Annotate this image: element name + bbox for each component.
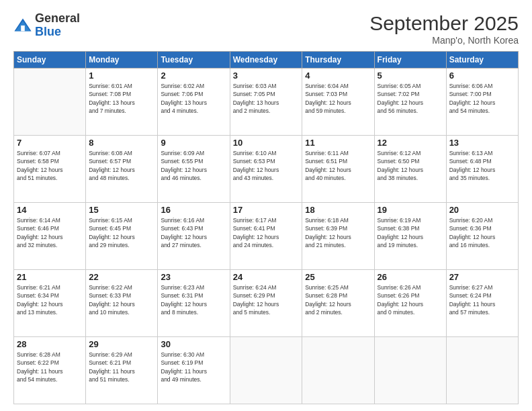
- cell-line: Sunrise: 6:16 AM: [161, 216, 226, 224]
- cell-content: Sunrise: 6:24 AMSunset: 6:29 PMDaylight:…: [233, 283, 300, 316]
- cell-line: Daylight: 12 hours: [161, 166, 226, 174]
- logo-general: General: [35, 12, 80, 26]
- cell-line: Sunrise: 6:05 AM: [378, 82, 443, 90]
- calendar-cell: 20Sunrise: 6:20 AMSunset: 6:36 PMDayligh…: [446, 203, 518, 270]
- day-number: 5: [378, 71, 443, 81]
- day-number: 26: [378, 272, 443, 282]
- cell-content: Sunrise: 6:12 AMSunset: 6:50 PMDaylight:…: [378, 149, 443, 182]
- cell-line: Sunrise: 6:28 AM: [17, 351, 83, 359]
- day-number: 28: [17, 339, 83, 349]
- cell-line: and 59 minutes.: [305, 107, 371, 115]
- calendar-cell: 7Sunrise: 6:07 AMSunset: 6:58 PMDaylight…: [14, 136, 86, 203]
- cell-content: Sunrise: 6:03 AMSunset: 7:05 PMDaylight:…: [233, 82, 300, 115]
- calendar: SundayMondayTuesdayWednesdayThursdayFrid…: [13, 51, 519, 404]
- day-number: 18: [305, 205, 371, 215]
- cell-line: and 51 minutes.: [89, 375, 154, 383]
- cell-line: Daylight: 11 hours: [161, 367, 226, 375]
- cell-line: Daylight: 12 hours: [305, 99, 371, 107]
- cell-line: Sunrise: 6:14 AM: [17, 216, 83, 224]
- calendar-week-4: 21Sunrise: 6:21 AMSunset: 6:34 PMDayligh…: [14, 270, 519, 337]
- day-header-saturday: Saturday: [446, 52, 518, 68]
- cell-line: and 2 minutes.: [305, 308, 371, 316]
- day-number: 17: [233, 205, 300, 215]
- cell-line: Daylight: 13 hours: [89, 99, 154, 107]
- logo-icon: [13, 16, 32, 35]
- cell-line: Sunset: 6:29 PM: [233, 291, 300, 300]
- cell-line: and 43 minutes.: [233, 174, 300, 182]
- cell-line: and 49 minutes.: [161, 375, 226, 383]
- calendar-cell: 24Sunrise: 6:24 AMSunset: 6:29 PMDayligh…: [230, 270, 302, 337]
- logo-text: General Blue: [35, 12, 80, 39]
- cell-line: and 51 minutes.: [17, 174, 83, 182]
- cell-content: Sunrise: 6:02 AMSunset: 7:06 PMDaylight:…: [161, 82, 226, 115]
- cell-line: and 35 minutes.: [449, 174, 515, 182]
- day-number: 1: [89, 71, 154, 81]
- page: General Blue September 2025 Manp'o, Nort…: [0, 0, 532, 411]
- logo: General Blue: [13, 12, 80, 39]
- calendar-cell: 5Sunrise: 6:05 AMSunset: 7:02 PMDaylight…: [374, 68, 446, 136]
- calendar-cell: 1Sunrise: 6:01 AMSunset: 7:08 PMDaylight…: [86, 68, 158, 136]
- day-header-sunday: Sunday: [14, 52, 86, 68]
- cell-content: Sunrise: 6:18 AMSunset: 6:39 PMDaylight:…: [305, 216, 371, 249]
- cell-content: Sunrise: 6:23 AMSunset: 6:31 PMDaylight:…: [161, 283, 226, 316]
- day-number: 22: [89, 272, 154, 282]
- cell-line: Daylight: 12 hours: [233, 233, 300, 241]
- cell-line: Sunset: 7:08 PM: [89, 90, 154, 98]
- cell-line: Sunset: 6:24 PM: [449, 291, 515, 300]
- calendar-week-5: 28Sunrise: 6:28 AMSunset: 6:22 PMDayligh…: [14, 337, 519, 404]
- calendar-cell: 25Sunrise: 6:25 AMSunset: 6:28 PMDayligh…: [302, 270, 374, 337]
- cell-line: Sunrise: 6:01 AM: [89, 82, 154, 90]
- cell-line: Sunrise: 6:13 AM: [449, 149, 515, 157]
- cell-line: Sunrise: 6:23 AM: [161, 283, 226, 291]
- cell-line: Sunrise: 6:21 AM: [17, 283, 83, 291]
- cell-line: Sunset: 6:53 PM: [233, 157, 300, 165]
- header: General Blue September 2025 Manp'o, Nort…: [13, 12, 519, 46]
- day-number: 6: [449, 71, 515, 81]
- day-number: 16: [161, 205, 226, 215]
- cell-line: Sunrise: 6:15 AM: [89, 216, 154, 224]
- cell-line: and 10 minutes.: [89, 308, 154, 316]
- cell-line: Sunset: 6:33 PM: [89, 291, 154, 300]
- day-header-friday: Friday: [374, 52, 446, 68]
- cell-line: Sunset: 6:41 PM: [233, 224, 300, 232]
- cell-content: Sunrise: 6:20 AMSunset: 6:36 PMDaylight:…: [449, 216, 515, 249]
- cell-line: and 54 minutes.: [449, 107, 515, 115]
- calendar-week-2: 7Sunrise: 6:07 AMSunset: 6:58 PMDaylight…: [14, 136, 519, 203]
- cell-content: Sunrise: 6:25 AMSunset: 6:28 PMDaylight:…: [305, 283, 371, 316]
- day-number: 19: [378, 205, 443, 215]
- calendar-cell: 21Sunrise: 6:21 AMSunset: 6:34 PMDayligh…: [14, 270, 86, 337]
- cell-line: and 57 minutes.: [449, 308, 515, 316]
- calendar-cell: 11Sunrise: 6:11 AMSunset: 6:51 PMDayligh…: [302, 136, 374, 203]
- cell-content: Sunrise: 6:01 AMSunset: 7:08 PMDaylight:…: [89, 82, 154, 115]
- cell-line: Sunset: 6:51 PM: [305, 157, 371, 165]
- cell-line: Daylight: 12 hours: [305, 233, 371, 241]
- calendar-cell: 27Sunrise: 6:27 AMSunset: 6:24 PMDayligh…: [446, 270, 518, 337]
- cell-line: Daylight: 12 hours: [449, 99, 515, 107]
- cell-line: and 38 minutes.: [378, 174, 443, 182]
- cell-content: Sunrise: 6:21 AMSunset: 6:34 PMDaylight:…: [17, 283, 83, 316]
- cell-line: Daylight: 12 hours: [17, 233, 83, 241]
- cell-line: Sunrise: 6:08 AM: [89, 149, 154, 157]
- cell-line: Sunset: 6:46 PM: [17, 224, 83, 232]
- cell-line: Daylight: 12 hours: [378, 166, 443, 174]
- calendar-cell: 30Sunrise: 6:30 AMSunset: 6:19 PMDayligh…: [158, 337, 230, 404]
- cell-content: Sunrise: 6:22 AMSunset: 6:33 PMDaylight:…: [89, 283, 154, 316]
- cell-line: Sunrise: 6:03 AM: [233, 82, 300, 90]
- cell-content: Sunrise: 6:09 AMSunset: 6:55 PMDaylight:…: [161, 149, 226, 182]
- cell-line: Sunset: 6:22 PM: [17, 359, 83, 367]
- cell-line: Daylight: 11 hours: [89, 367, 154, 375]
- day-number: 2: [161, 71, 226, 81]
- cell-line: Sunrise: 6:20 AM: [449, 216, 515, 224]
- cell-line: and 56 minutes.: [378, 107, 443, 115]
- cell-line: Daylight: 11 hours: [17, 367, 83, 375]
- cell-line: and 19 minutes.: [378, 241, 443, 249]
- day-number: 20: [449, 205, 515, 215]
- calendar-cell: [302, 337, 374, 404]
- calendar-cell: 12Sunrise: 6:12 AMSunset: 6:50 PMDayligh…: [374, 136, 446, 203]
- cell-content: Sunrise: 6:26 AMSunset: 6:26 PMDaylight:…: [378, 283, 443, 316]
- cell-line: Sunset: 6:28 PM: [305, 291, 371, 300]
- cell-line: Sunrise: 6:17 AM: [233, 216, 300, 224]
- calendar-cell: 26Sunrise: 6:26 AMSunset: 6:26 PMDayligh…: [374, 270, 446, 337]
- day-header-monday: Monday: [86, 52, 158, 68]
- cell-line: and 46 minutes.: [161, 174, 226, 182]
